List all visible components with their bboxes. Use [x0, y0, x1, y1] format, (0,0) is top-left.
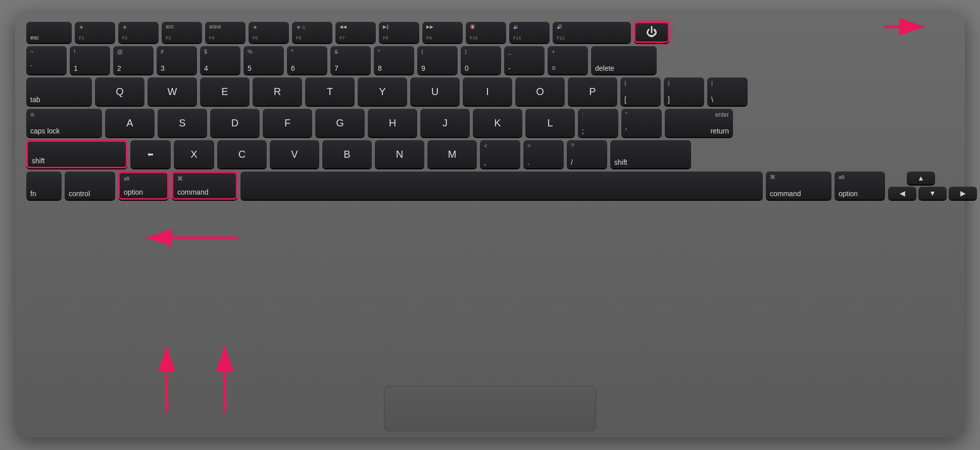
key-f9[interactable]: ▶▶ F9 [422, 22, 463, 43]
key-0[interactable]: ) 0 [461, 46, 501, 74]
key-4[interactable]: $ 4 [200, 46, 240, 74]
key-i[interactable]: I [463, 77, 512, 106]
arrow-cluster: ▲ ◀ ▼ ▶ [888, 171, 954, 200]
key-minus[interactable]: _ - [504, 46, 545, 74]
key-d[interactable]: D [210, 109, 260, 137]
key-k[interactable]: K [473, 109, 522, 137]
key-x[interactable]: X [174, 140, 214, 168]
key-b[interactable]: B [322, 140, 372, 168]
key-arrow-left[interactable]: ◀ [888, 187, 916, 200]
key-f6[interactable]: ☀☆ F6 [292, 22, 332, 43]
key-space[interactable] [240, 171, 763, 200]
key-bracket-left[interactable]: { [ [620, 77, 661, 106]
key-slash[interactable]: ? / [567, 140, 607, 168]
key-p[interactable]: P [568, 77, 617, 106]
key-arrow-up[interactable]: ▲ [907, 171, 935, 185]
key-f1[interactable]: ☀ F1 [75, 22, 115, 43]
key-e[interactable]: E [200, 77, 250, 106]
key-command-left[interactable]: ⌘ command [172, 171, 237, 200]
key-f2[interactable]: ☀ F2 [118, 22, 159, 43]
key-option-left[interactable]: alt option [118, 171, 169, 200]
key-control[interactable]: control [65, 171, 115, 200]
key-w[interactable]: W [148, 77, 197, 106]
key-f12[interactable]: 🔊 F12 [553, 22, 631, 43]
zxcv-row: shift ⬅ X C V B N M < [26, 140, 954, 168]
key-5[interactable]: % 5 [243, 46, 284, 74]
key-f8[interactable]: ▶‖ F8 [379, 22, 419, 43]
key-arrow-down[interactable]: ▼ [918, 187, 947, 200]
key-comma[interactable]: < , [480, 140, 520, 168]
key-1[interactable]: ! 1 [70, 46, 110, 74]
asdf-row: caps lock A S D F G H J [26, 109, 954, 137]
key-backslash[interactable]: | \ [707, 77, 748, 106]
key-f3[interactable]: ⊞⊟ F3 [162, 22, 202, 43]
key-f[interactable]: F [263, 109, 312, 137]
key-quote[interactable]: " ' [621, 109, 662, 137]
key-g[interactable]: G [315, 109, 365, 137]
key-6[interactable]: ^ 6 [287, 46, 327, 74]
key-f4[interactable]: ⊞⊞⊞ F4 [205, 22, 246, 43]
number-row: ~ ` ! 1 @ 2 # 3 $ 4 % 5 [26, 46, 954, 74]
fn-row: esc ☀ F1 ☀ F2 ⊞⊟ F3 ⊞⊞⊞ F4 ☀ F5 [26, 22, 954, 43]
key-f10[interactable]: 🔇 F10 [466, 22, 506, 43]
key-arrow-back[interactable]: ⬅ [130, 140, 171, 168]
keyboard-rows: esc ☀ F1 ☀ F2 ⊞⊟ F3 ⊞⊞⊞ F4 ☀ F5 [26, 22, 954, 200]
key-shift-right[interactable]: shift [610, 140, 691, 168]
key-esc[interactable]: esc [26, 22, 72, 43]
key-semicolon[interactable]: : ; [578, 109, 618, 137]
key-f11[interactable]: 🔉 F11 [509, 22, 550, 43]
bottom-row: fn control alt option ⌘ command ⌘ comman… [26, 171, 954, 200]
key-h[interactable]: H [368, 109, 417, 137]
key-8[interactable]: * 8 [374, 46, 414, 74]
key-y[interactable]: Y [358, 77, 407, 106]
key-enter[interactable]: enter return [665, 109, 733, 137]
trackpad[interactable] [384, 386, 596, 431]
key-power[interactable]: ⏻ [634, 22, 669, 43]
key-f7[interactable]: ◀◀ F7 [335, 22, 376, 43]
key-v[interactable]: V [270, 140, 319, 168]
key-equals[interactable]: + = [548, 46, 588, 74]
key-option-right[interactable]: alt option [835, 171, 885, 200]
key-caps-lock[interactable]: caps lock [26, 109, 102, 137]
key-9[interactable]: ( 9 [417, 46, 458, 74]
qwerty-row: tab Q W E R T Y U I [26, 77, 954, 106]
key-l[interactable]: L [525, 109, 575, 137]
key-command-right[interactable]: ⌘ command [766, 171, 831, 200]
keyboard: esc ☀ F1 ☀ F2 ⊞⊟ F3 ⊞⊞⊞ F4 ☀ F5 [15, 13, 965, 437]
key-c[interactable]: C [217, 140, 267, 168]
key-arrow-right[interactable]: ▶ [949, 187, 977, 200]
key-u[interactable]: U [410, 77, 460, 106]
key-bracket-right[interactable]: } ] [664, 77, 704, 106]
key-s[interactable]: S [158, 109, 207, 137]
key-a[interactable]: A [105, 109, 155, 137]
key-f5[interactable]: ☀ F5 [249, 22, 289, 43]
key-m[interactable]: M [427, 140, 477, 168]
key-3[interactable]: # 3 [157, 46, 197, 74]
key-tilde[interactable]: ~ ` [26, 46, 67, 74]
key-q[interactable]: Q [95, 77, 144, 106]
key-period[interactable]: > . [523, 140, 564, 168]
key-j[interactable]: J [420, 109, 470, 137]
key-shift-left[interactable]: shift [26, 140, 127, 168]
key-7[interactable]: & 7 [330, 46, 371, 74]
key-2[interactable]: @ 2 [113, 46, 154, 74]
key-n[interactable]: N [375, 140, 424, 168]
key-t[interactable]: T [305, 77, 355, 106]
key-fn[interactable]: fn [26, 171, 62, 200]
key-r[interactable]: R [253, 77, 302, 106]
key-o[interactable]: O [515, 77, 565, 106]
key-tab[interactable]: tab [26, 77, 92, 106]
key-delete[interactable]: delete [591, 46, 657, 74]
